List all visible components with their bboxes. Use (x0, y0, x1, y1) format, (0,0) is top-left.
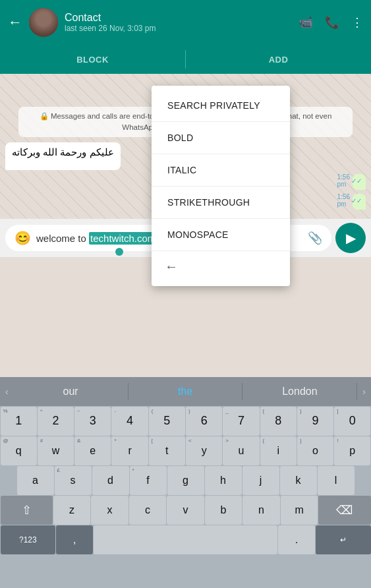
header-actions: 📹 📞 ⋮ (299, 15, 363, 30)
key-h[interactable]: h (205, 466, 242, 495)
qwerty-row: @q #w &e *r [t <y >u {i }o !p (0, 436, 371, 465)
key-0[interactable]: ]0 (334, 407, 370, 436)
zxcv-row: ⇧ z x c v b n m ⌫ (0, 495, 371, 525)
key-comma[interactable]: , (56, 525, 93, 554)
key-e[interactable]: &e (74, 436, 111, 465)
key-special-chars[interactable]: ?123 (1, 525, 56, 554)
key-c[interactable]: c (129, 496, 167, 525)
more-options-icon[interactable]: ⋮ (351, 15, 363, 30)
message-time-2: 1:56 pm ✓✓ (337, 193, 362, 208)
key-s[interactable]: £s (55, 466, 92, 495)
tab-bar: BLOCK ADD (0, 45, 371, 74)
context-menu-strikethrough[interactable]: STRIKETHROUGH (152, 188, 290, 217)
read-receipt-2: ✓✓ (351, 197, 362, 204)
key-b[interactable]: b (205, 496, 243, 525)
selection-handle-left (115, 248, 123, 256)
header-info: Contact last seen 26 Nov, 3:03 pm (65, 12, 292, 33)
voice-call-icon[interactable]: 📞 (325, 15, 339, 30)
back-button[interactable]: ← (8, 14, 22, 31)
tab-block[interactable]: BLOCK (0, 45, 185, 74)
menu-divider-2 (152, 154, 290, 154)
key-k[interactable]: k (280, 466, 317, 495)
key-l[interactable]: l (318, 466, 355, 495)
key-j[interactable]: j (243, 466, 279, 495)
context-menu-monospace[interactable]: MONOSPACE (152, 220, 290, 249)
number-row: %1 ^2 ~3 -4 (5 )6 _7 {8 }9 ]0 (0, 406, 371, 436)
suggestion-our[interactable]: our (14, 383, 128, 400)
key-a[interactable]: a (17, 466, 54, 495)
key-y[interactable]: <y (186, 436, 222, 465)
video-call-icon[interactable]: 📹 (299, 15, 313, 30)
key-f[interactable]: *f (130, 466, 167, 495)
tab-add[interactable]: ADD (186, 45, 371, 74)
suggestion-bar: ‹ our the London › (0, 377, 371, 406)
key-5[interactable]: (5 (149, 407, 185, 436)
key-7[interactable]: _7 (223, 407, 259, 436)
key-z[interactable]: z (53, 496, 91, 525)
contact-status: last seen 26 Nov, 3:03 pm (65, 24, 292, 33)
key-2[interactable]: ^2 (38, 407, 74, 436)
space-key[interactable] (94, 525, 277, 554)
key-enter[interactable]: ↵ (316, 525, 371, 554)
key-p[interactable]: !p (334, 436, 370, 465)
key-3[interactable]: ~3 (74, 407, 111, 436)
key-m[interactable]: m (281, 496, 318, 525)
asdf-row: a £s d *f g h j k l (0, 465, 371, 495)
suggestion-the[interactable]: the (128, 383, 243, 400)
keyboard: ‹ our the London › %1 ^2 ~3 -4 (5 )6 _7 … (0, 377, 371, 588)
input-text-highlighted: techtwitch.com (89, 232, 157, 245)
key-period[interactable]: . (278, 525, 315, 554)
message-bubble-outgoing-2: 1:56 pm ✓✓ (353, 194, 366, 210)
key-r[interactable]: *r (111, 436, 148, 465)
menu-divider-4 (152, 218, 290, 219)
message-bubble-incoming: عليكم ورحمة الله وبركاته (5, 142, 121, 170)
key-o[interactable]: }o (297, 436, 333, 465)
suggestion-arrow-right: › (357, 386, 371, 397)
key-8[interactable]: {8 (260, 407, 297, 436)
emoji-button[interactable]: 😊 (14, 230, 31, 246)
context-menu-bold[interactable]: BOLD (152, 123, 290, 152)
menu-divider-3 (152, 186, 290, 187)
avatar[interactable] (29, 8, 58, 37)
key-6[interactable]: )6 (186, 407, 222, 436)
key-t[interactable]: [t (149, 436, 185, 465)
suggestion-arrow-left: ‹ (0, 386, 14, 397)
key-g[interactable]: g (167, 466, 204, 495)
contact-name: Contact (65, 12, 292, 24)
shift-key[interactable]: ⇧ (1, 496, 53, 525)
send-button[interactable]: ▶ (335, 223, 366, 253)
suggestion-london[interactable]: London (243, 383, 357, 400)
key-4[interactable]: -4 (111, 407, 148, 436)
context-menu-back[interactable]: ← (152, 252, 290, 281)
key-n[interactable]: n (243, 496, 280, 525)
key-9[interactable]: }9 (297, 407, 333, 436)
key-1[interactable]: %1 (1, 407, 37, 436)
key-i[interactable]: {i (260, 436, 297, 465)
key-u[interactable]: >u (223, 436, 259, 465)
menu-divider-1 (152, 121, 290, 122)
input-text-before: welcome to (36, 233, 89, 244)
message-bubble-outgoing-1: 1:56 pm ✓✓ (353, 174, 366, 190)
message-time-1: 1:56 pm ✓✓ (337, 173, 362, 188)
read-receipt-1: ✓✓ (351, 177, 362, 185)
backspace-key[interactable]: ⌫ (318, 496, 370, 525)
context-menu: SEARCH PRIVATELY BOLD ITALIC STRIKETHROU… (152, 86, 290, 286)
key-w[interactable]: #w (38, 436, 74, 465)
context-menu-italic[interactable]: ITALIC (152, 156, 290, 185)
header: ← Contact last seen 26 Nov, 3:03 pm 📹 📞 … (0, 0, 371, 45)
context-menu-search[interactable]: SEARCH PRIVATELY (152, 91, 290, 120)
key-q[interactable]: @q (1, 436, 37, 465)
key-d[interactable]: d (92, 466, 129, 495)
bottom-row: ?123 , . ↵ (0, 525, 371, 554)
key-x[interactable]: x (91, 496, 128, 525)
attach-button[interactable]: 📎 (308, 231, 322, 245)
key-v[interactable]: v (167, 496, 204, 525)
send-icon: ▶ (346, 230, 356, 246)
message-text-arabic: عليكم ورحمة الله وبركاته (12, 146, 114, 158)
menu-divider-5 (152, 250, 290, 251)
